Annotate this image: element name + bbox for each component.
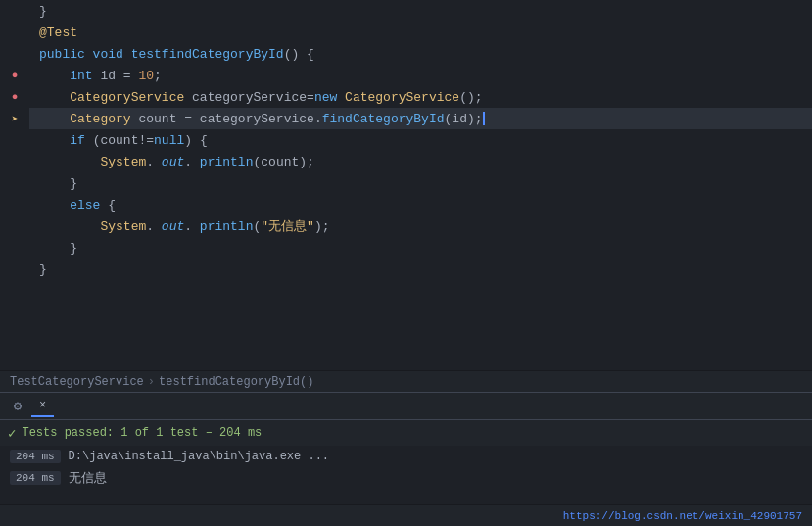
code-line-6: Category count = categoryService.findCat… — [29, 108, 812, 129]
code-line-9: } — [29, 172, 812, 194]
breadcrumb-bar: TestCategoryService › testfindCategoryBy… — [0, 370, 812, 392]
gutter-line-7 — [9, 129, 21, 151]
code-line-13: } — [29, 259, 812, 280]
breadcrumb-class: TestCategoryService — [10, 375, 144, 389]
text-cursor — [483, 112, 485, 125]
code-line-8: System. out. println(count); — [29, 151, 812, 172]
time-badge-2: 204 ms — [10, 471, 61, 485]
code-line-11: System. out. println("无信息"); — [29, 215, 812, 237]
console-left-section: 204 ms D:\java\install_java\bin\java.exe… — [10, 450, 802, 463]
breadcrumb-method: testfindCategoryById() — [159, 375, 313, 389]
current-line-arrow: ➤ — [9, 108, 21, 129]
gutter-line-2 — [9, 22, 21, 43]
code-text-area[interactable]: } @Test public void testfindCategoryById… — [29, 0, 812, 370]
code-line-7: if (count!=null) { — [29, 129, 812, 151]
gutter-line-1 — [9, 0, 21, 22]
console-output-line: 204 ms 无信息 — [0, 467, 812, 489]
gutter-line-9 — [9, 172, 21, 194]
run-tab-close-icon[interactable]: × — [39, 399, 46, 412]
code-line-3: public void testfindCategoryById() { — [29, 43, 812, 65]
code-line-12: } — [29, 237, 812, 259]
bottom-tabs-bar: ⚙ × — [0, 393, 812, 420]
run-tab[interactable]: × — [31, 396, 54, 417]
time-badge-1: 204 ms — [10, 450, 61, 463]
code-line-2: @Test — [29, 22, 812, 43]
var-count: count — [138, 112, 184, 126]
status-url[interactable]: https://blog.csdn.net/weixin_42901757 — [563, 510, 802, 522]
console-command: D:\java\install_java\bin\java.exe ... — [69, 450, 329, 463]
test-passed-icon: ✓ — [8, 425, 16, 442]
bottom-status-bar: https://blog.csdn.net/weixin_42901757 — [0, 504, 812, 526]
console-area: 204 ms D:\java\install_java\bin\java.exe… — [0, 446, 812, 504]
gutter-line-13 — [9, 259, 21, 280]
settings-icon[interactable]: ⚙ — [8, 397, 27, 416]
breadcrumb-separator: › — [148, 375, 155, 389]
gutter-line-10 — [9, 194, 21, 215]
gutter-line-11 — [9, 215, 21, 237]
code-line-4: int id = 10; — [29, 65, 812, 86]
code-line-10: else { — [29, 194, 812, 215]
gutter-line-8 — [9, 151, 21, 172]
code-editor: ● ● ➤ } @Test public void testfindCatego… — [0, 0, 812, 370]
code-line-5: CategoryService categoryService=new Cate… — [29, 86, 812, 108]
code-line-1: } — [29, 0, 812, 22]
test-result-bar: ✓ Tests passed: 1 of 1 test – 204 ms — [0, 420, 812, 446]
gutter: ● ● ➤ — [0, 0, 29, 370]
breakpoint-marker-1[interactable]: ● — [9, 65, 21, 86]
console-command-line: 204 ms D:\java\install_java\bin\java.exe… — [0, 446, 812, 467]
bottom-panel: ⚙ × ✓ Tests passed: 1 of 1 test – 204 ms… — [0, 392, 812, 526]
gutter-line-12 — [9, 237, 21, 259]
gutter-line-3 — [9, 43, 21, 65]
breakpoint-marker-2[interactable]: ● — [9, 86, 21, 108]
test-passed-message: Tests passed: 1 of 1 test – 204 ms — [22, 426, 262, 440]
console-output-text: 无信息 — [69, 469, 107, 487]
